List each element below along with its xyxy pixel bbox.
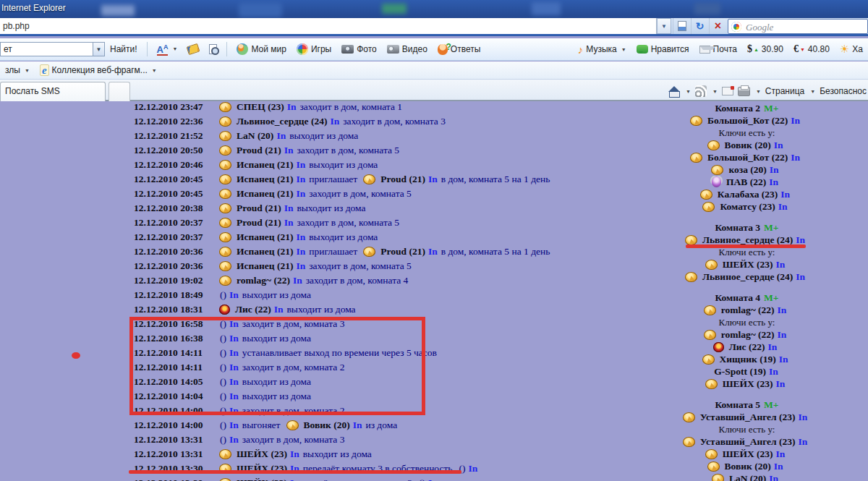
page-menu-button[interactable]: Страница [765,86,804,96]
log-row: 12.12.2010 23:47СПЕЦ (23)Inзаходит в дом… [134,101,676,114]
in-link[interactable]: In [776,378,786,390]
in-link[interactable]: In [780,188,790,200]
lion-icon [705,449,718,459]
room-m-plus-badge[interactable]: М+ [764,291,778,304]
in-link[interactable]: In [276,129,286,143]
in-link[interactable]: In [778,200,788,213]
suggested-sites-button[interactable]: злы▼ [5,65,30,75]
in-link[interactable]: In [287,101,297,114]
find-button[interactable]: Найти! [110,44,137,54]
room-m-plus-badge[interactable]: М+ [764,221,778,234]
usd-rate[interactable]: $▲30.90 [747,43,783,55]
read-mail-icon[interactable] [722,87,733,95]
chevron-down-icon[interactable]: ▼ [756,89,761,94]
in-link[interactable]: In [776,448,786,460]
in-link[interactable]: In [296,187,305,201]
address-dropdown-button[interactable]: ▼ [657,18,671,34]
in-link[interactable]: In [791,114,800,127]
stop-button[interactable]: × [709,18,726,34]
photo-button[interactable]: Фото [341,44,377,54]
music-button[interactable]: ♪Музыка▼ [578,43,626,56]
in-link[interactable]: In [778,304,787,316]
google-search-box[interactable]: Google [728,19,868,34]
highlighter-button[interactable] [187,45,199,54]
in-link[interactable]: In [290,476,299,481]
log-action-text: приглашает [309,172,357,187]
new-tab-button[interactable] [109,82,130,101]
in-link[interactable]: In [799,411,808,423]
in-link[interactable]: In [353,418,362,433]
in-link[interactable]: In [290,447,299,461]
security-menu-button[interactable]: Безопаснос [820,86,867,96]
room-m-plus-badge[interactable]: М+ [764,399,778,411]
in-link[interactable]: In [770,163,779,176]
video-button[interactable]: Видео [387,44,427,54]
in-link[interactable]: In [290,461,299,476]
compatibility-view-button[interactable] [673,18,690,34]
in-link[interactable]: In [330,114,339,129]
room-user: Лис (22)In [676,341,817,353]
chevron-down-icon[interactable]: ▼ [686,89,691,94]
lion-icon [219,449,231,459]
rss-feed-icon[interactable] [695,85,707,97]
web-slices-button[interactable]: eКоллекция веб-фрагм...▼ [40,64,157,76]
in-link[interactable]: In [779,353,788,365]
in-link[interactable]: In [296,259,305,273]
chevron-down-icon[interactable]: ▼ [712,89,718,94]
toolbar-search-input[interactable] [0,42,93,56]
in-link[interactable]: In [774,139,783,151]
in-link[interactable]: In [296,158,305,172]
games-button[interactable]: Игры [297,43,331,55]
in-link[interactable]: In [776,258,786,271]
in-link[interactable]: In [769,365,778,378]
in-link[interactable]: In [296,172,305,187]
in-link[interactable]: In [428,244,438,259]
page-zoom-button[interactable] [209,44,217,54]
like-button[interactable]: Нравится [637,44,689,54]
lion-icon [363,247,375,257]
address-input[interactable]: pb.php [0,18,657,34]
toolbar-search-dropdown[interactable]: ▼ [93,42,105,56]
log-row: 12.12.2010 19:02romlag~ (22)Inзаходит в … [134,273,676,288]
log-action-text: в дом, комната 5 на 1 день [441,172,550,187]
in-link[interactable]: In [791,151,800,163]
weather-button[interactable]: ☀Ха [840,43,863,56]
in-link[interactable]: In [769,472,778,481]
in-link[interactable]: In [796,271,805,283]
in-link[interactable]: In [769,176,778,188]
in-link[interactable]: In [229,288,239,302]
in-link[interactable]: In [284,143,294,158]
in-link[interactable]: In [774,460,783,472]
lion-icon [712,474,724,481]
in-link[interactable]: In [296,230,305,244]
room-name: Комната 2 [715,102,760,114]
in-link[interactable]: In [428,172,438,187]
room-m-plus-badge[interactable]: М+ [764,102,778,114]
eur-rate[interactable]: €▼40.80 [793,43,830,55]
tab-send-sms[interactable]: Послать SMS [0,82,106,101]
log-timestamp: 12.12.2010 21:52 [134,129,219,143]
font-size-button[interactable]: AA▼ [157,43,178,56]
chevron-down-icon[interactable]: ▼ [810,89,815,94]
in-link[interactable]: In [296,244,305,259]
my-world-button[interactable]: Мой мир [237,43,286,55]
in-link[interactable]: In [428,476,438,481]
in-link[interactable]: In [293,273,302,288]
refresh-button[interactable]: ↻ [691,18,708,34]
video-icon [387,45,399,54]
in-link[interactable]: In [274,302,284,317]
in-link[interactable]: In [799,435,808,448]
log-action-text: выходит из дома [242,288,311,302]
in-link[interactable]: In [767,341,777,353]
in-link[interactable]: In [469,461,478,476]
print-icon[interactable] [738,87,750,96]
log-action-text: заходит в дом, комната 4 [306,273,409,288]
in-link[interactable]: In [284,201,294,216]
mail-button[interactable]: Почта [699,44,737,54]
in-link[interactable]: In [229,418,239,433]
in-link[interactable]: In [284,216,294,230]
in-link[interactable]: In [229,433,239,447]
answers-button[interactable]: ?Ответы [438,44,480,55]
home-icon[interactable] [669,87,680,96]
in-link[interactable]: In [778,328,787,341]
